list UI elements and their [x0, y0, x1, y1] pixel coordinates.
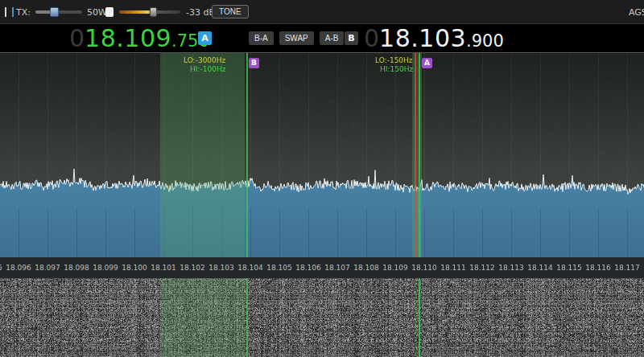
scale-label: 18.099	[93, 264, 118, 272]
vfo-a-display[interactable]: 0 18.109 .750	[69, 25, 209, 55]
scale-label: 18.105	[266, 264, 292, 272]
sdr-app-window: TX: 50W -33 dB TONE AGS 0 18.109 .750 A …	[0, 0, 644, 357]
scale-label: 18.095	[0, 264, 2, 272]
scale-label: 18.110	[411, 264, 437, 272]
waterfall-passband-b	[160, 278, 245, 357]
scale-label: 18.096	[6, 264, 31, 272]
ags-button[interactable]: AGS	[629, 7, 644, 18]
vfo-b-badge[interactable]: B	[345, 31, 358, 45]
scale-label: 18.103	[208, 264, 234, 272]
vfo-a-frequency-main[interactable]: 18.109	[85, 25, 171, 51]
scale-label: 18.112	[469, 264, 495, 272]
filter-passband-b[interactable]	[160, 53, 245, 257]
filter-lo-label-a: LO:-150Hz	[375, 56, 413, 64]
top-toolbar: TX: 50W -33 dB TONE AGS	[0, 0, 644, 24]
tx-label: TX:	[16, 7, 31, 18]
waterfall-marker-line-a	[419, 278, 420, 357]
scale-label: 18.114	[527, 264, 553, 272]
waterfall-min-handle[interactable]	[105, 7, 114, 17]
scale-label: 18.107	[324, 264, 350, 272]
scale-label: 18.098	[64, 264, 89, 272]
scale-label: 18.097	[35, 264, 60, 272]
tx-power-slider[interactable]	[35, 10, 82, 14]
scale-label: 18.115	[556, 264, 582, 272]
scale-label: 18.100	[122, 264, 147, 272]
scale-label: 18.116	[585, 264, 611, 272]
copy-b-to-a-button[interactable]: B-A	[249, 31, 274, 45]
scale-label: 18.101	[151, 264, 176, 272]
scale-label: 18.108	[353, 264, 379, 272]
tx-power-slider-handle[interactable]	[50, 7, 59, 17]
spectrum-display[interactable]	[0, 53, 644, 257]
scale-label: 18.117	[614, 264, 640, 272]
tone-button[interactable]: TONE	[212, 5, 249, 18]
waterfall-marker-line-b	[246, 278, 248, 357]
scale-label: 18.102	[180, 264, 205, 272]
filter-passband-a[interactable]	[412, 53, 422, 257]
waterfall-level-handle[interactable]	[150, 7, 157, 17]
level-value: -33 dB	[186, 7, 215, 18]
frequency-scale[interactable]: 18.09518.09618.09718.09818.09918.10018.1…	[0, 257, 644, 278]
filter-hi-label-a: HI:150Hz	[380, 65, 413, 73]
vfo-b-frequency-main[interactable]: 18.103	[379, 25, 466, 51]
frequency-row: 0 18.109 .750 A B-A SWAP A-B B 0 18.103 …	[0, 24, 644, 53]
vfo-b-ghost-zero: 0	[364, 25, 379, 51]
copy-a-to-b-button[interactable]: A-B	[320, 31, 345, 45]
scale-label: 18.109	[382, 264, 408, 272]
vfo-b-frequency-fraction[interactable]: .900	[466, 28, 504, 55]
filter-hi-label-b: HI:-100Hz	[190, 65, 225, 73]
vfo-b-display[interactable]: 0 18.103 .900	[364, 25, 504, 55]
scale-label: 18.104	[237, 264, 263, 272]
tx-marker-line[interactable]	[415, 53, 416, 257]
marker-b-badge[interactable]: B	[249, 58, 259, 68]
waterfall-level-slider[interactable]	[119, 10, 180, 14]
vfo-a-marker-line[interactable]	[419, 53, 420, 257]
scale-label: 18.113	[498, 264, 524, 272]
vfo-b-marker-line[interactable]	[246, 53, 248, 257]
filter-lo-label-b: LO:-3000Hz	[184, 56, 225, 64]
vfo-a-ghost-zero: 0	[69, 25, 85, 51]
tx-power-value: 50W	[87, 7, 107, 18]
waterfall-display[interactable]	[0, 278, 644, 357]
swap-button[interactable]: SWAP	[279, 31, 314, 45]
vfo-button-group: B-A SWAP A-B	[249, 31, 344, 45]
vfo-a-badge[interactable]: A	[198, 31, 212, 45]
scale-label: 18.111	[440, 264, 466, 272]
marker-a-badge[interactable]: A	[422, 58, 432, 68]
scale-label: 18.106	[295, 264, 321, 272]
drag-handle-icon[interactable]	[5, 7, 14, 17]
